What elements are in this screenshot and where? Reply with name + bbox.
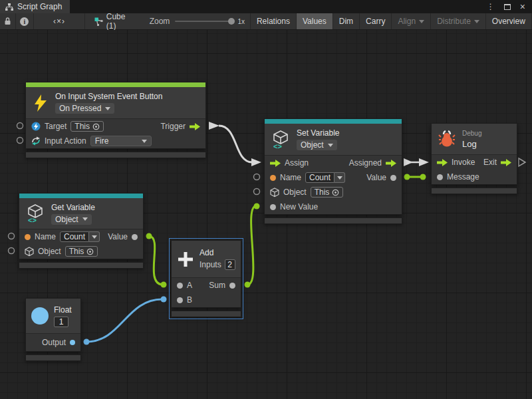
port-sum-output[interactable]	[229, 283, 235, 289]
port-debug-exit-unconnected[interactable]	[519, 158, 525, 166]
graph-target-breadcrumb[interactable]: Cube (1)	[85, 13, 140, 29]
object-this-chip[interactable]: This	[65, 246, 98, 257]
port-exit-output[interactable]	[501, 159, 511, 166]
values-button[interactable]: Values	[297, 13, 333, 29]
port-assign-input[interactable]	[270, 160, 281, 167]
wire-assigned-to-invoke[interactable]	[404, 158, 429, 166]
node-add[interactable]: Add Inputs 2 A Sum B	[171, 240, 241, 317]
port-name-input[interactable]	[270, 175, 276, 181]
wire-getvalue-to-add-a[interactable]	[146, 233, 167, 288]
node-title: Log	[462, 139, 477, 149]
lightning-bolt-icon	[33, 94, 49, 112]
port-getvar-object-unconnected[interactable]	[9, 248, 15, 254]
port-setvar-object-unconnected[interactable]	[254, 189, 260, 195]
toolbar-left-group: i ‹×› Cube (1) Zoom	[0, 13, 250, 29]
chevron-down-icon	[474, 20, 479, 23]
port-event-action-unconnected[interactable]	[17, 138, 23, 144]
relations-button[interactable]: Relations	[251, 13, 297, 29]
variable-scope-dropdown[interactable]: Object	[297, 140, 337, 150]
event-accent-strip	[26, 82, 205, 87]
wire-value-to-message[interactable]	[404, 174, 426, 180]
preview-code-button[interactable]: ‹×›	[34, 13, 85, 29]
row-a: A Sum	[172, 278, 241, 293]
node-float[interactable]: Float 1 Output	[25, 298, 81, 361]
port-trigger-output[interactable]	[190, 123, 200, 130]
graph-toolbar: i ‹×› Cube (1) Zoom	[0, 13, 532, 30]
port-value-output[interactable]	[390, 175, 396, 181]
chevron-down-button[interactable]	[334, 172, 345, 183]
lock-button[interactable]	[0, 13, 16, 29]
zoom-slider-handle[interactable]	[228, 18, 235, 25]
node-footer	[264, 217, 402, 224]
row-object: Object This	[19, 244, 143, 259]
port-assigned-output[interactable]	[386, 160, 396, 167]
port-output[interactable]	[70, 340, 75, 345]
port-message-input[interactable]	[437, 174, 443, 180]
wire-float-to-add-b[interactable]	[84, 297, 167, 345]
port-invoke-input[interactable]	[437, 159, 448, 166]
chevron-down-icon	[82, 217, 88, 221]
window-controls: ⋮ ×	[487, 0, 532, 13]
target-icon	[92, 123, 100, 130]
port-b-input[interactable]	[177, 297, 183, 303]
b-label: B	[187, 295, 192, 305]
wire-trigger-to-assign[interactable]	[209, 122, 261, 166]
target-icon	[332, 189, 339, 196]
name-label: Name	[280, 173, 301, 182]
graph-target-label: Cube (1)	[106, 12, 134, 31]
align-button[interactable]: Align	[392, 13, 431, 29]
input-system-icon	[31, 122, 41, 131]
chevron-down-button[interactable]	[89, 231, 100, 242]
output-label: Output	[42, 338, 66, 347]
carry-button[interactable]: Carry	[360, 13, 392, 29]
node-get-variable[interactable]: <> Get Variable Object Name Count	[19, 193, 144, 269]
port-name-input[interactable]	[25, 234, 31, 240]
event-mode-dropdown[interactable]: On Pressed	[55, 103, 114, 114]
trigger-label: Trigger	[160, 122, 186, 131]
node-debug-log[interactable]: Debug Log Invoke Exit	[431, 123, 517, 194]
row-assign: Assign Assigned	[265, 156, 402, 170]
port-new-value-input[interactable]	[270, 204, 276, 210]
float-value-field[interactable]: 1	[54, 317, 68, 327]
node-set-variable[interactable]: <> Set Variable Object Assign	[264, 118, 402, 224]
target-icon	[86, 248, 94, 255]
port-setvar-name-unconnected[interactable]	[254, 174, 260, 180]
variable-scope-dropdown[interactable]: Object	[51, 214, 92, 225]
overview-button[interactable]: Overview	[486, 13, 532, 29]
variable-name-dropdown[interactable]: Count	[305, 172, 345, 183]
chevron-down-icon	[419, 20, 424, 23]
tab-script-graph[interactable]: Script Graph	[0, 0, 70, 13]
variable-cube-icon: <>	[26, 203, 45, 223]
variable-name-dropdown[interactable]: Count	[60, 231, 100, 242]
target-this-chip[interactable]: This	[70, 121, 104, 132]
port-value-output[interactable]	[132, 234, 138, 240]
zoom-slider[interactable]	[175, 21, 232, 22]
node-on-input-system-event-button[interactable]: On Input System Event Button On Pressed …	[25, 82, 206, 158]
inputs-count-field[interactable]: 2	[225, 259, 235, 270]
zoom-control: Zoom 1x	[140, 13, 250, 29]
dim-button[interactable]: Dim	[333, 13, 360, 29]
port-getvar-name-unconnected[interactable]	[9, 233, 15, 239]
port-event-target-unconnected[interactable]	[17, 123, 23, 129]
distribute-button[interactable]: Distribute	[431, 13, 486, 29]
window-menu-icon[interactable]: ⋮	[487, 2, 495, 11]
inspect-button[interactable]: i	[16, 13, 34, 29]
lock-icon	[4, 17, 11, 25]
node-footer	[171, 311, 241, 317]
wire-sum-to-newvalue[interactable]	[245, 203, 260, 288]
input-action-label: Input Action	[45, 136, 86, 146]
tab-bar-spacer	[70, 0, 486, 13]
zoom-value: 1x	[237, 18, 245, 25]
row-output: Output	[26, 334, 80, 351]
input-action-dropdown[interactable]: Fire	[90, 136, 152, 146]
value-label: Value	[108, 232, 128, 241]
assigned-label: Assigned	[349, 158, 382, 168]
variable-accent-strip	[265, 119, 402, 124]
chevron-down-icon	[92, 235, 97, 239]
graph-canvas[interactable]: On Input System Event Button On Pressed …	[0, 30, 532, 399]
toolbar-right-group: Relations Values Dim Carry Align Distrib…	[250, 13, 532, 29]
port-a-input[interactable]	[177, 283, 183, 289]
close-icon[interactable]: ×	[520, 2, 525, 11]
maximize-icon[interactable]	[504, 4, 511, 10]
object-this-chip[interactable]: This	[311, 187, 344, 198]
